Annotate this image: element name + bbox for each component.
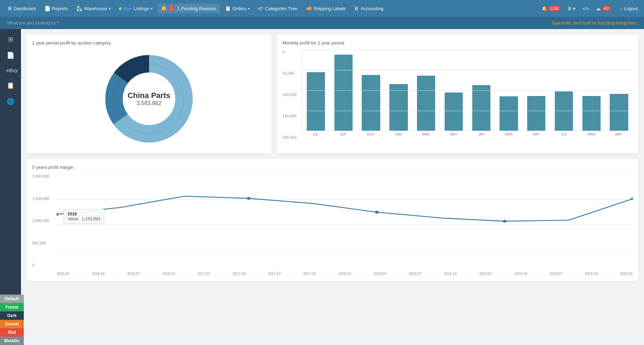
bar-y-labels: 200,000 150,000 100,000 50,000 0: [283, 50, 302, 148]
line-x-2019-07: 2019-07: [550, 272, 562, 276]
bar-col-1: [330, 50, 357, 131]
donut-chart-card: 1 year period profit by auction category…: [27, 35, 271, 153]
bar-fill-10: [582, 96, 601, 131]
nav-shipping[interactable]: 🚚 Shipping Labels: [302, 4, 349, 13]
logout-icon: →: [618, 6, 622, 11]
line-chart-title: 5 years profit margin: [32, 165, 633, 170]
nav-right: 🔔 2162 ⚙ ▾ </> ☁ 43! → Logout: [539, 5, 640, 13]
logout-button[interactable]: → Logout: [616, 5, 640, 13]
line-point-0: [57, 213, 58, 216]
nav-reports-label: Reports: [52, 6, 68, 11]
bar-x-label-1: SEP: [329, 131, 357, 139]
line-chart-layout: 0 500,000 1,000,000 1,500,000 2,000,000: [32, 174, 633, 276]
line-x-2017-01: 2017-01: [198, 272, 211, 276]
charts-top-row: 1 year period profit by auction category…: [27, 35, 638, 153]
bar-fill-2: [362, 75, 380, 131]
nav-listings-label: Listings: [134, 6, 149, 11]
bar-fill-8: [527, 96, 545, 131]
bar-fill-5: [445, 92, 463, 131]
line-x-labels: 2016-01 2016-04 2016-07 2016-10 2017-01 …: [57, 272, 633, 276]
nav-shipping-label: Shipping Labels: [313, 6, 346, 11]
theme-forest[interactable]: Forest: [0, 303, 24, 311]
line-x-2016-07: 2016-07: [127, 272, 140, 276]
nav-warehouse-label: Warehouse: [84, 6, 107, 11]
line-x-2016-10: 2016-10: [162, 272, 175, 276]
bar-col-5: [440, 50, 468, 131]
bar-x-label-8: MAY: [523, 131, 550, 139]
search-input[interactable]: [4, 19, 552, 27]
line-y-500k: 500,000: [32, 241, 54, 245]
line-x-2018-04: 2018-04: [374, 272, 387, 276]
search-bar: Type enter, we'll look for matching list…: [0, 17, 644, 29]
bar-chart-container: 200,000 150,000 100,000 50,000 0: [283, 50, 633, 148]
logout-label: Logout: [624, 6, 638, 11]
nav-orders-label: Orders: [233, 6, 247, 11]
nav-orders[interactable]: 📋 Orders ▾: [221, 4, 254, 13]
nav-accounting[interactable]: 🖥 Accounting: [351, 4, 387, 13]
sidebar-reports-icon[interactable]: 📄: [3, 48, 18, 63]
orders-chevron: ▾: [248, 7, 250, 11]
settings-button[interactable]: ⚙ ▾: [565, 5, 578, 13]
line-x-2016-01: 2016-01: [57, 272, 70, 276]
code-button[interactable]: </>: [580, 5, 591, 13]
main-content: 1 year period profit by auction category…: [21, 29, 644, 340]
cloud-icon: ☁: [596, 6, 601, 11]
dashboard-icon: ⊞: [8, 6, 12, 11]
bar-x-label-11: MAY: [605, 131, 633, 139]
line-x-2018-01: 2018-01: [338, 272, 351, 276]
bar-col-0: [302, 50, 330, 131]
sidebar-globe-icon[interactable]: 🌐: [3, 94, 18, 109]
sidebar-orders-icon[interactable]: 📋: [3, 78, 18, 93]
categories-icon: 🏷: [258, 6, 263, 11]
theme-dark[interactable]: Dark: [0, 311, 24, 320]
bell-nav-icon: 🔔: [542, 6, 547, 11]
theme-red[interactable]: Red: [0, 328, 24, 337]
bar-col-4: [412, 50, 440, 131]
cloud-badge: 43!: [602, 6, 611, 11]
listings-chevron: ▾: [151, 7, 153, 11]
nav-categories[interactable]: 🏷 Categories Tree: [255, 4, 301, 13]
line-chart-area: 2016 Value: 1,153,893 2016-01 2016-04 20…: [57, 174, 633, 276]
line-x-2018-10: 2018-10: [444, 272, 457, 276]
warehouse-chevron: ▾: [109, 7, 111, 11]
settings-icon: ⚙: [567, 6, 572, 11]
nav-reports[interactable]: 📄 Reports: [41, 4, 72, 13]
bar-col-3: [385, 50, 412, 131]
line-x-2017-07: 2017-07: [268, 272, 281, 276]
line-point-4: [247, 197, 251, 200]
bars-wrapper: JULSEPNOVJANMARMAYJANMARMAYJULMARMAY: [302, 50, 633, 139]
nav-listings[interactable]: eBay Listings ▾: [115, 4, 156, 13]
ebay-icon: e: [119, 6, 122, 11]
line-x-2019-01: 2019-01: [479, 272, 492, 276]
donut-svg: [104, 53, 194, 144]
code-icon: </>: [582, 6, 589, 11]
bar-col-10: [578, 50, 605, 131]
theme-sunset[interactable]: Sunset: [0, 320, 24, 328]
nav-pending[interactable]: 🔔 1 1 Pending Revision: [157, 4, 220, 13]
theme-default[interactable]: Default: [0, 295, 24, 303]
bar-fill-11: [610, 94, 628, 131]
nav-dashboard[interactable]: ⊞ Dashboard: [4, 4, 40, 13]
shipping-icon: 🚚: [306, 6, 312, 11]
bar-x-label-6: JAN: [467, 131, 495, 139]
line-x-2017-04: 2017-04: [233, 272, 246, 276]
line-point-7: [503, 220, 507, 223]
theme-metallic[interactable]: Metallic: [0, 337, 24, 340]
sidebar-dashboard-icon[interactable]: ⊞: [3, 32, 18, 47]
notifications-button[interactable]: 🔔 2162: [539, 5, 562, 13]
bar-y-150k: 150,000: [283, 114, 299, 118]
nav-warehouse[interactable]: 🏪 Warehouse ▾: [73, 4, 114, 13]
donut-chart-title: 1 year period profit by auction category…: [32, 40, 266, 46]
sidebar-ebay-icon[interactable]: eBay: [3, 64, 18, 77]
cloud-button[interactable]: ☁ 43!: [594, 5, 613, 13]
bar-chart-title: Monthly profit for 1 year period: [283, 40, 633, 46]
bar-y-50k: 50,000: [283, 71, 299, 75]
line-point-5: [375, 211, 379, 214]
bar-col-8: [523, 50, 550, 131]
bar-x-label-9: JUL: [550, 131, 578, 139]
orders-icon: 📋: [225, 6, 231, 11]
notifications-badge: 2162: [549, 6, 560, 11]
bar-fill-3: [389, 84, 408, 131]
line-y-0: 0: [32, 263, 54, 267]
bar-x-label-3: JAN: [384, 131, 412, 139]
